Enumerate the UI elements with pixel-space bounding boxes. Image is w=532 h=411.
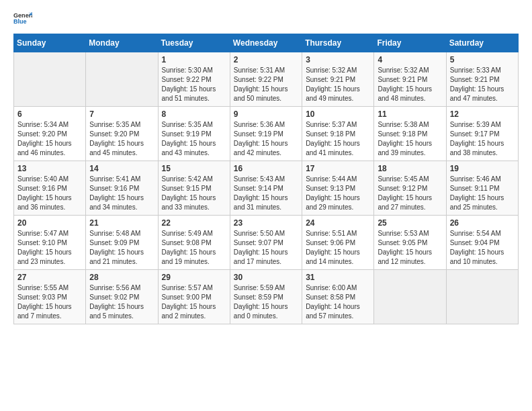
header: General Blue: [13, 11, 519, 28]
calendar-cell: 19Sunrise: 5:46 AM Sunset: 9:11 PM Dayli…: [446, 161, 518, 216]
calendar-cell: 13Sunrise: 5:40 AM Sunset: 9:16 PM Dayli…: [14, 161, 86, 216]
calendar-cell: 27Sunrise: 5:55 AM Sunset: 9:03 PM Dayli…: [14, 270, 86, 324]
day-info: Sunrise: 6:00 AM Sunset: 8:58 PM Dayligh…: [306, 283, 370, 321]
day-number: 28: [89, 273, 154, 282]
calendar-week-row: 1Sunrise: 5:30 AM Sunset: 9:22 PM Daylig…: [14, 52, 519, 107]
day-number: 30: [234, 273, 298, 282]
day-info: Sunrise: 5:47 AM Sunset: 9:10 PM Dayligh…: [17, 229, 82, 267]
calendar-cell: 29Sunrise: 5:57 AM Sunset: 9:00 PM Dayli…: [158, 270, 230, 324]
calendar-week-row: 27Sunrise: 5:55 AM Sunset: 9:03 PM Dayli…: [14, 270, 519, 324]
day-info: Sunrise: 5:33 AM Sunset: 9:21 PM Dayligh…: [450, 66, 515, 103]
day-info: Sunrise: 5:44 AM Sunset: 9:13 PM Dayligh…: [306, 175, 370, 212]
calendar-cell: 20Sunrise: 5:47 AM Sunset: 9:10 PM Dayli…: [14, 216, 86, 270]
calendar-cell: 3Sunrise: 5:32 AM Sunset: 9:21 PM Daylig…: [302, 52, 374, 107]
calendar-cell: 26Sunrise: 5:54 AM Sunset: 9:04 PM Dayli…: [446, 216, 518, 270]
day-number: 13: [17, 164, 82, 173]
day-info: Sunrise: 5:49 AM Sunset: 9:08 PM Dayligh…: [162, 229, 226, 267]
calendar-cell: 9Sunrise: 5:36 AM Sunset: 9:19 PM Daylig…: [230, 107, 302, 161]
day-number: 7: [89, 109, 154, 119]
day-number: 24: [306, 218, 370, 228]
calendar-cell: 31Sunrise: 6:00 AM Sunset: 8:58 PM Dayli…: [302, 270, 374, 324]
calendar-cell: 28Sunrise: 5:56 AM Sunset: 9:02 PM Dayli…: [86, 270, 158, 324]
day-info: Sunrise: 5:40 AM Sunset: 9:16 PM Dayligh…: [17, 175, 82, 212]
day-info: Sunrise: 5:51 AM Sunset: 9:06 PM Dayligh…: [306, 229, 370, 267]
weekday-header-thursday: Thursday: [302, 34, 374, 52]
weekday-header-wednesday: Wednesday: [230, 34, 302, 52]
calendar-cell: 2Sunrise: 5:31 AM Sunset: 9:22 PM Daylig…: [230, 52, 302, 107]
calendar-cell: 25Sunrise: 5:53 AM Sunset: 9:05 PM Dayli…: [374, 216, 446, 270]
day-number: 10: [306, 109, 370, 119]
calendar-cell: [374, 270, 446, 324]
svg-text:Blue: Blue: [13, 18, 27, 25]
calendar-cell: 4Sunrise: 5:32 AM Sunset: 9:21 PM Daylig…: [374, 52, 446, 107]
day-number: 8: [162, 109, 226, 119]
calendar-cell: [14, 52, 86, 107]
day-info: Sunrise: 5:43 AM Sunset: 9:14 PM Dayligh…: [234, 175, 298, 212]
calendar-cell: 8Sunrise: 5:35 AM Sunset: 9:19 PM Daylig…: [158, 107, 230, 161]
weekday-header-friday: Friday: [374, 34, 446, 52]
day-number: 4: [378, 55, 442, 64]
calendar-week-row: 20Sunrise: 5:47 AM Sunset: 9:10 PM Dayli…: [14, 216, 519, 270]
calendar-cell: 22Sunrise: 5:49 AM Sunset: 9:08 PM Dayli…: [158, 216, 230, 270]
day-number: 31: [306, 273, 370, 282]
day-number: 29: [162, 273, 226, 282]
day-number: 15: [162, 164, 226, 173]
day-info: Sunrise: 5:39 AM Sunset: 9:17 PM Dayligh…: [450, 120, 515, 158]
logo: General Blue: [13, 11, 32, 28]
calendar-cell: 14Sunrise: 5:41 AM Sunset: 9:16 PM Dayli…: [86, 161, 158, 216]
calendar-cell: 24Sunrise: 5:51 AM Sunset: 9:06 PM Dayli…: [302, 216, 374, 270]
weekday-header-row: SundayMondayTuesdayWednesdayThursdayFrid…: [14, 34, 519, 52]
day-info: Sunrise: 5:48 AM Sunset: 9:09 PM Dayligh…: [89, 229, 154, 267]
weekday-header-saturday: Saturday: [446, 34, 518, 52]
day-number: 20: [17, 218, 82, 228]
day-info: Sunrise: 5:41 AM Sunset: 9:16 PM Dayligh…: [89, 175, 154, 212]
logo-graphic: General Blue: [13, 11, 32, 28]
day-number: 3: [306, 55, 370, 64]
day-info: Sunrise: 5:57 AM Sunset: 9:00 PM Dayligh…: [162, 283, 226, 321]
day-number: 26: [450, 218, 515, 228]
calendar-cell: 17Sunrise: 5:44 AM Sunset: 9:13 PM Dayli…: [302, 161, 374, 216]
day-number: 14: [89, 164, 154, 173]
day-info: Sunrise: 5:54 AM Sunset: 9:04 PM Dayligh…: [450, 229, 515, 267]
page-container: General Blue SundayMondayTuesdayWednesda…: [0, 0, 532, 331]
day-number: 9: [234, 109, 298, 119]
day-info: Sunrise: 5:34 AM Sunset: 9:20 PM Dayligh…: [17, 120, 82, 158]
calendar-cell: 12Sunrise: 5:39 AM Sunset: 9:17 PM Dayli…: [446, 107, 518, 161]
day-info: Sunrise: 5:31 AM Sunset: 9:22 PM Dayligh…: [234, 66, 298, 103]
day-number: 11: [378, 109, 442, 119]
calendar-cell: 21Sunrise: 5:48 AM Sunset: 9:09 PM Dayli…: [86, 216, 158, 270]
day-number: 6: [17, 109, 82, 119]
calendar-table: SundayMondayTuesdayWednesdayThursdayFrid…: [13, 34, 519, 324]
day-info: Sunrise: 5:36 AM Sunset: 9:19 PM Dayligh…: [234, 120, 298, 158]
calendar-cell: 30Sunrise: 5:59 AM Sunset: 8:59 PM Dayli…: [230, 270, 302, 324]
day-number: 21: [89, 218, 154, 228]
calendar-cell: 6Sunrise: 5:34 AM Sunset: 9:20 PM Daylig…: [14, 107, 86, 161]
calendar-cell: 18Sunrise: 5:45 AM Sunset: 9:12 PM Dayli…: [374, 161, 446, 216]
day-number: 5: [450, 55, 515, 64]
day-info: Sunrise: 5:30 AM Sunset: 9:22 PM Dayligh…: [162, 66, 226, 103]
day-info: Sunrise: 5:32 AM Sunset: 9:21 PM Dayligh…: [306, 66, 370, 103]
calendar-week-row: 13Sunrise: 5:40 AM Sunset: 9:16 PM Dayli…: [14, 161, 519, 216]
day-number: 25: [378, 218, 442, 228]
day-info: Sunrise: 5:56 AM Sunset: 9:02 PM Dayligh…: [89, 283, 154, 321]
day-number: 16: [234, 164, 298, 173]
weekday-header-monday: Monday: [86, 34, 158, 52]
day-info: Sunrise: 5:35 AM Sunset: 9:20 PM Dayligh…: [89, 120, 154, 158]
calendar-week-row: 6Sunrise: 5:34 AM Sunset: 9:20 PM Daylig…: [14, 107, 519, 161]
day-number: 17: [306, 164, 370, 173]
day-number: 1: [162, 55, 226, 64]
day-info: Sunrise: 5:42 AM Sunset: 9:15 PM Dayligh…: [162, 175, 226, 212]
day-number: 18: [378, 164, 442, 173]
calendar-cell: 7Sunrise: 5:35 AM Sunset: 9:20 PM Daylig…: [86, 107, 158, 161]
day-info: Sunrise: 5:55 AM Sunset: 9:03 PM Dayligh…: [17, 283, 82, 321]
day-number: 23: [234, 218, 298, 228]
calendar-cell: 5Sunrise: 5:33 AM Sunset: 9:21 PM Daylig…: [446, 52, 518, 107]
day-info: Sunrise: 5:59 AM Sunset: 8:59 PM Dayligh…: [234, 283, 298, 321]
calendar-cell: 1Sunrise: 5:30 AM Sunset: 9:22 PM Daylig…: [158, 52, 230, 107]
day-info: Sunrise: 5:32 AM Sunset: 9:21 PM Dayligh…: [378, 66, 442, 103]
calendar-cell: 10Sunrise: 5:37 AM Sunset: 9:18 PM Dayli…: [302, 107, 374, 161]
calendar-cell: 23Sunrise: 5:50 AM Sunset: 9:07 PM Dayli…: [230, 216, 302, 270]
day-info: Sunrise: 5:38 AM Sunset: 9:18 PM Dayligh…: [378, 120, 442, 158]
calendar-cell: [446, 270, 518, 324]
day-number: 22: [162, 218, 226, 228]
